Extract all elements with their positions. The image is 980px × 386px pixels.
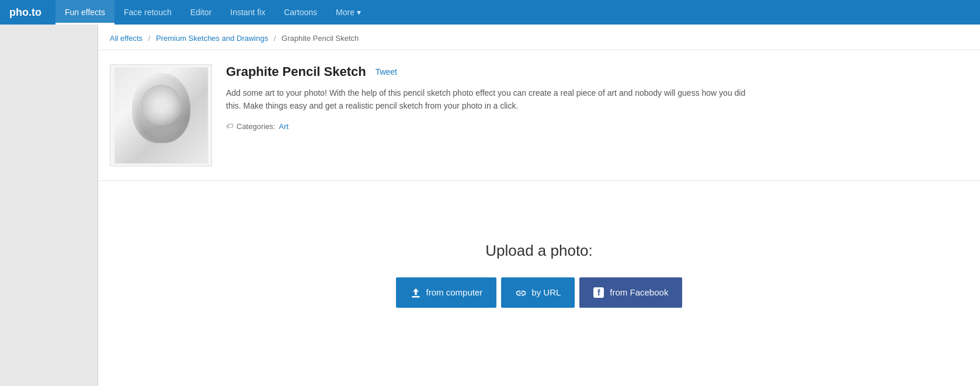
upload-by-url-button[interactable]: by URL (501, 277, 575, 308)
sketch-preview (114, 67, 208, 164)
brand-logo[interactable]: pho.to (9, 6, 41, 19)
svg-rect-0 (412, 296, 419, 298)
link-icon (515, 287, 526, 298)
breadcrumb: All effects / Premium Sketches and Drawi… (98, 25, 980, 50)
facebook-icon: f (593, 287, 604, 298)
nav-cartoons-label: Cartoons (284, 8, 317, 17)
nav-editor-label: Editor (190, 8, 212, 17)
breadcrumb-current: Graphite Pencil Sketch (282, 34, 359, 43)
left-sidebar (0, 25, 98, 386)
upload-from-facebook-button[interactable]: f from Facebook (579, 277, 682, 308)
nav-instant-fix-label: Instant fix (230, 8, 265, 17)
tag-icon: 🏷 (226, 122, 233, 130)
categories-label: Categories: (237, 122, 275, 131)
effect-image (110, 64, 212, 166)
upload-section: Upload a photo: from computer (98, 181, 980, 356)
effect-title-row: Graphite Pencil Sketch Tweet (226, 64, 968, 79)
nav-face-retouch-label: Face retouch (124, 8, 172, 17)
breadcrumb-all-effects[interactable]: All effects (110, 34, 143, 43)
nav-fun-effects-label: Fun effects (65, 8, 105, 17)
upload-from-computer-label: from computer (426, 287, 483, 297)
upload-from-computer-button[interactable]: from computer (396, 277, 497, 308)
nav-editor[interactable]: Editor (181, 0, 221, 25)
main-content: All effects / Premium Sketches and Drawi… (98, 25, 980, 386)
nav-more[interactable]: More ▾ (326, 0, 370, 25)
nav-more-label: More ▾ (336, 8, 361, 17)
category-art-link[interactable]: Art (279, 122, 289, 131)
breadcrumb-premium-sketches[interactable]: Premium Sketches and Drawings (156, 34, 268, 43)
upload-from-facebook-label: from Facebook (610, 287, 668, 297)
nav-fun-effects[interactable]: Fun effects (55, 0, 114, 25)
upload-arrow-icon (410, 287, 421, 298)
nav-cartoons[interactable]: Cartoons (274, 0, 326, 25)
breadcrumb-separator-2: / (274, 34, 276, 43)
upload-by-url-label: by URL (531, 287, 561, 297)
navbar: pho.to Fun effects Face retouch Editor I… (0, 0, 980, 25)
nav-instant-fix[interactable]: Instant fix (221, 0, 274, 25)
page-wrapper: All effects / Premium Sketches and Drawi… (0, 25, 980, 386)
nav-links: Fun effects Face retouch Editor Instant … (55, 0, 370, 25)
effect-categories: 🏷 Categories: Art (226, 122, 968, 131)
nav-face-retouch[interactable]: Face retouch (114, 0, 181, 25)
upload-buttons: from computer by URL f from Facebook (396, 277, 683, 308)
effect-description: Add some art to your photo! With the hel… (226, 86, 752, 113)
breadcrumb-separator-1: / (148, 34, 151, 43)
effect-info: Graphite Pencil Sketch Tweet Add some ar… (226, 64, 968, 166)
upload-title: Upload a photo: (485, 242, 593, 260)
tweet-link[interactable]: Tweet (376, 67, 397, 76)
effect-title: Graphite Pencil Sketch (226, 64, 366, 79)
effect-detail: Graphite Pencil Sketch Tweet Add some ar… (98, 50, 980, 181)
